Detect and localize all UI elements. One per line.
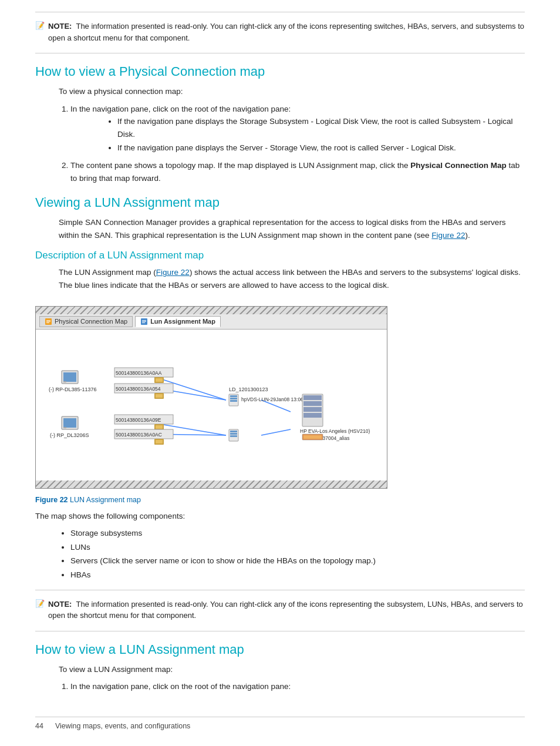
- tab-lun-assignment[interactable]: Lun Assignment Map: [135, 316, 221, 327]
- svg-text:500143800136A0AC: 500143800136A0AC: [116, 432, 162, 438]
- step1-bullets: If the navigation pane displays the Stor…: [117, 115, 525, 154]
- figure-border-bottom: [35, 480, 387, 489]
- mid-divider: [35, 590, 525, 590]
- svg-rect-51: [303, 407, 322, 412]
- svg-rect-45: [230, 431, 237, 432]
- step-2: The content pane shows a topology map. I…: [70, 159, 525, 184]
- svg-rect-25: [156, 394, 163, 398]
- svg-rect-6: [142, 321, 146, 322]
- physical-connection-tab-icon: [45, 318, 52, 325]
- svg-rect-15: [63, 372, 76, 382]
- svg-rect-46: [230, 433, 237, 435]
- svg-text:hpVDS-LUN-29Jan08 13:06:05: hpVDS-LUN-29Jan08 13:06:05: [241, 396, 311, 402]
- svg-text:500143800136A0AA: 500143800136A0AA: [116, 370, 162, 376]
- lun-assignment-tab-icon: [140, 318, 148, 325]
- svg-rect-21: [156, 378, 163, 382]
- figure-border-top: [35, 306, 387, 314]
- bottom-note-icon: 📝: [35, 599, 45, 608]
- map-components-list: Storage subsystems LUNs Servers (Click t…: [70, 527, 525, 581]
- section2-body: Simple SAN Connection Manager provides a…: [59, 216, 525, 241]
- component-hbas: HBAs: [70, 569, 525, 582]
- figure22-ref-1[interactable]: Figure 22: [431, 231, 465, 240]
- bottom-note-label: NOTE:: [48, 600, 72, 609]
- svg-rect-5: [142, 320, 146, 321]
- page-number: 44: [35, 722, 43, 730]
- svg-rect-37: [156, 440, 163, 443]
- svg-rect-27: [63, 418, 76, 428]
- section4-intro: To view a LUN Assignment map:: [59, 663, 525, 676]
- note-icon: 📝: [35, 21, 45, 30]
- section4-step-1: In the navigation pane, click on the roo…: [70, 680, 525, 693]
- bullet-2: If the navigation pane displays the Serv…: [117, 142, 525, 154]
- svg-rect-7: [142, 322, 145, 323]
- section1-intro: To view a physical connection map:: [59, 85, 525, 98]
- page-footer: 44 Viewing maps, events, and configurati…: [35, 717, 525, 730]
- section3-title: Description of a LUN Assignment map: [35, 250, 525, 261]
- svg-rect-50: [303, 401, 322, 406]
- map-desc-intro: The map shows the following components:: [35, 510, 525, 523]
- svg-rect-3: [46, 322, 49, 323]
- bottom-divider: [35, 631, 525, 631]
- svg-text:500143800136A09E: 500143800136A09E: [116, 417, 161, 423]
- svg-text:HP EVA-Los Angeles (HSV210): HP EVA-Los Angeles (HSV210): [300, 428, 370, 434]
- svg-rect-56: [303, 435, 322, 439]
- top-divider: [35, 53, 525, 53]
- section4-title: How to view a LUN Assignment map: [35, 642, 525, 657]
- lun-assignment-svg: (-) RP-DL385-11376 500143800136A0AA 5001…: [44, 335, 379, 471]
- component-luns: LUNs: [70, 541, 525, 554]
- step-1: In the navigation pane, click on the roo…: [70, 103, 525, 154]
- svg-rect-16: [63, 381, 66, 382]
- note-label: NOTE:: [48, 22, 72, 31]
- tab-physical-connection[interactable]: Physical Connection Map: [39, 316, 133, 327]
- svg-rect-40: [230, 395, 237, 397]
- figure-toolbar: Physical Connection Map Lun Assignment M…: [36, 314, 387, 330]
- tab1-label: Physical Connection Map: [55, 318, 127, 325]
- section4-steps: In the navigation pane, click on the roo…: [70, 680, 525, 693]
- section1-title: How to view a Physical Connection map: [35, 64, 525, 79]
- footer-text: Viewing maps, events, and configurations: [55, 722, 190, 730]
- bullet-1: If the navigation pane displays the Stor…: [117, 115, 525, 140]
- component-subsystems: Storage subsystems: [70, 527, 525, 540]
- section1-steps: In the navigation pane, click on the roo…: [70, 103, 525, 185]
- svg-rect-2: [46, 321, 50, 322]
- top-note-text: NOTE: The information presented is read-…: [48, 21, 525, 43]
- svg-rect-41: [230, 398, 237, 399]
- svg-rect-47: [230, 435, 237, 437]
- figure-caption-text: LUN Assignment map: [70, 496, 141, 504]
- figure-map-content: (-) RP-DL385-11376 500143800136A0AA 5001…: [36, 330, 387, 480]
- figure-caption-num: Figure 22: [35, 496, 68, 504]
- section2-title: Viewing a LUN Assignment map: [35, 195, 525, 210]
- top-note-box: 📝 NOTE: The information presented is rea…: [35, 21, 525, 43]
- figure-caption: Figure 22 LUN Assignment map: [35, 496, 525, 504]
- bottom-note-text: NOTE: The information presented is read-…: [48, 599, 525, 621]
- svg-rect-52: [303, 413, 322, 418]
- bottom-note-box: 📝 NOTE: The information presented is rea…: [35, 599, 525, 621]
- figure-inner: Physical Connection Map Lun Assignment M…: [35, 314, 387, 480]
- svg-text:LD_1201300123: LD_1201300123: [229, 387, 268, 392]
- component-servers: Servers (Click the server name or icon t…: [70, 555, 525, 567]
- svg-text:(-) RP-DL385-11376: (-) RP-DL385-11376: [49, 387, 97, 392]
- figure22-ref-2[interactable]: Figure 22: [156, 268, 190, 277]
- svg-rect-49: [303, 395, 322, 400]
- svg-text:500143800136A054: 500143800136A054: [116, 386, 161, 392]
- svg-line-13: [261, 429, 291, 435]
- svg-rect-1: [46, 320, 50, 321]
- tab2-label: Lun Assignment Map: [150, 318, 215, 325]
- svg-text:(-) RP_DL3206S: (-) RP_DL3206S: [50, 432, 89, 438]
- svg-rect-28: [63, 427, 66, 428]
- section3-body: The LUN Assignment map (Figure 22) shows…: [59, 266, 525, 291]
- figure-container: Physical Connection Map Lun Assignment M…: [35, 306, 387, 489]
- top-rule: [35, 12, 525, 12]
- svg-rect-42: [230, 400, 237, 402]
- svg-rect-33: [156, 425, 163, 429]
